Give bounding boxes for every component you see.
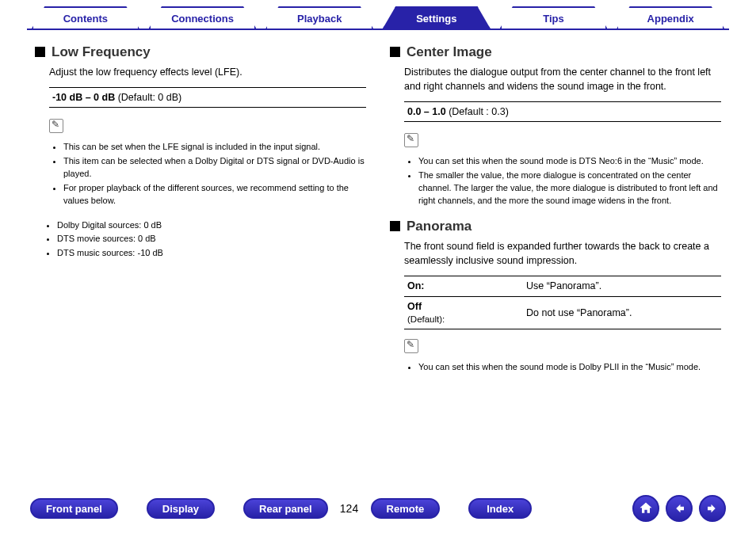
next-button[interactable] <box>699 495 726 522</box>
subnote-item: DTS movie sources: 0 dB <box>57 232 366 246</box>
note-icon <box>49 119 63 133</box>
section-low-frequency-title: Low Frequency <box>35 44 366 60</box>
center-image-desc: Distributes the dialogue output from the… <box>404 65 721 93</box>
center-image-range: 0.0 – 1.0 (Default : 0.3) <box>404 101 721 122</box>
note-item: The smaller the value, the more dialogue… <box>418 169 721 207</box>
section-panorama-title: Panorama <box>390 219 721 234</box>
prev-button[interactable] <box>666 495 693 522</box>
panorama-option-off: Off(Default): Do not use “Panorama”. <box>404 297 721 330</box>
section-center-image-title: Center Image <box>390 44 721 60</box>
note-item: You can set this when the sound mode is … <box>418 155 721 168</box>
note-item: This item can be selected when a Dolby D… <box>63 155 366 181</box>
note-icon <box>404 133 418 147</box>
panorama-option-on: On: Use “Panorama”. <box>404 276 721 296</box>
low-frequency-desc: Adjust the low frequency effects level (… <box>49 65 366 79</box>
subnote-item: DTS music sources: -10 dB <box>57 246 366 261</box>
note-item: You can set this when the sound mode is … <box>418 361 721 374</box>
left-column: Low Frequency Adjust the low frequency e… <box>35 44 366 478</box>
front-panel-button[interactable]: Front panel <box>30 498 118 519</box>
right-column: Center Image Distributes the dialogue ou… <box>390 44 721 478</box>
home-button[interactable] <box>632 495 659 522</box>
note-icon <box>404 339 418 353</box>
rear-panel-button[interactable]: Rear panel <box>243 498 327 519</box>
low-frequency-notes: This can be set when the LFE signal is i… <box>52 141 366 207</box>
subnote-item: Dolby Digital sources: 0 dB <box>57 219 366 233</box>
note-item: This can be set when the LFE signal is i… <box>63 141 366 154</box>
home-icon <box>638 501 654 516</box>
page-number: 124 <box>328 502 371 515</box>
tab-settings[interactable]: Settings <box>378 6 495 27</box>
top-tabs: Contents Connections Playback Settings T… <box>27 6 729 30</box>
display-button[interactable]: Display <box>147 498 215 519</box>
tab-playback[interactable]: Playback <box>261 6 378 27</box>
low-frequency-subnotes: Dolby Digital sources: 0 dB DTS movie so… <box>35 219 366 261</box>
panorama-desc: The front sound field is expanded furthe… <box>404 239 721 268</box>
page-content: Low Frequency Adjust the low frequency e… <box>35 44 721 478</box>
tab-connections[interactable]: Connections <box>144 6 262 27</box>
footer: Front panel Display Rear panel 124 Remot… <box>30 495 726 522</box>
center-image-notes: You can set this when the sound mode is … <box>407 155 721 207</box>
arrow-left-icon <box>672 501 686 516</box>
panorama-options: On: Use “Panorama”. Off(Default): Do not… <box>404 276 721 329</box>
tab-contents[interactable]: Contents <box>27 6 144 27</box>
index-button[interactable]: Index <box>468 498 532 519</box>
panorama-notes: You can set this when the sound mode is … <box>407 361 721 374</box>
arrow-right-icon <box>705 501 720 516</box>
tab-appendix[interactable]: Appendix <box>612 6 729 27</box>
low-frequency-range: -10 dB – 0 dB (Default: 0 dB) <box>49 87 366 108</box>
note-item: For proper playback of the different sou… <box>63 182 366 207</box>
remote-button[interactable]: Remote <box>371 498 441 519</box>
tab-tips[interactable]: Tips <box>495 6 613 27</box>
